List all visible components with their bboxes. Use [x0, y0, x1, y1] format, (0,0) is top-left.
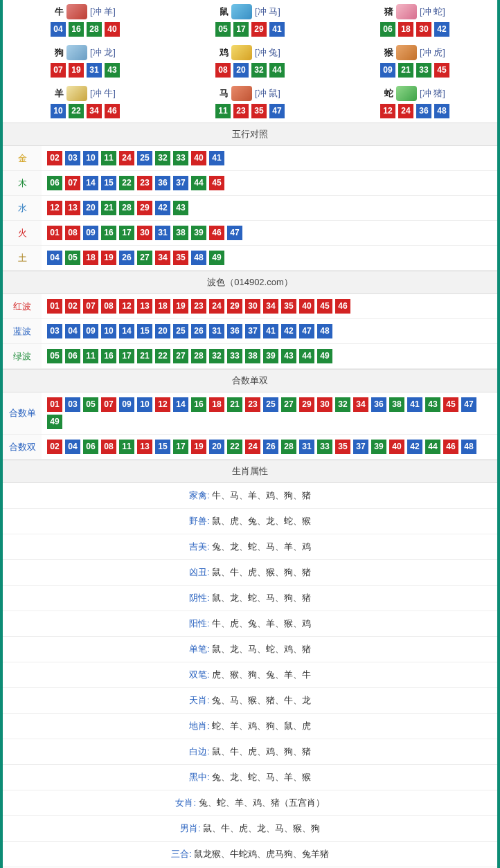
table-row: 木06071415222336374445 [3, 171, 497, 196]
number-43: 43 [425, 397, 440, 412]
number-28: 28 [281, 440, 296, 454]
number-12: 12 [155, 397, 170, 412]
number-31: 31 [87, 63, 102, 78]
number-12: 12 [380, 104, 395, 118]
number-18: 18 [83, 251, 98, 265]
shuxing-key: 女肖: [175, 797, 196, 808]
number-32: 32 [209, 349, 224, 363]
number-08: 08 [65, 226, 80, 240]
number-30: 30 [245, 299, 260, 314]
table-wuxing: 金02031011242532334041木060714152223363744… [3, 146, 497, 271]
zodiac-name: 狗 [55, 46, 64, 59]
number-05: 05 [47, 349, 62, 363]
shuxing-val: 鼠、牛、虎、龙、马、猴、狗 [201, 823, 321, 833]
shuxing-list: 家禽: 牛、马、羊、鸡、狗、猪野兽: 鼠、虎、兔、龙、蛇、猴吉美: 兔、龙、蛇、… [3, 483, 497, 868]
shuxing-row: 三合: 鼠龙猴、牛蛇鸡、虎马狗、兔羊猪 [3, 842, 497, 867]
zodiac-icon-马 [231, 86, 252, 101]
number-19: 19 [173, 299, 188, 314]
number-41: 41 [407, 397, 422, 412]
number-02: 02 [47, 440, 62, 454]
shuxing-val: 蛇、羊、鸡、狗、鼠、虎 [210, 721, 312, 731]
number-29: 29 [227, 299, 242, 314]
zodiac-icon-狗 [66, 45, 87, 60]
number-30: 30 [317, 397, 332, 412]
number-12: 12 [47, 201, 62, 215]
row-nums: 0204060811131517192022242628313335373940… [42, 435, 497, 460]
number-07: 07 [83, 299, 98, 314]
number-19: 19 [191, 440, 206, 454]
number-14: 14 [173, 397, 188, 412]
shuxing-row: 地肖: 蛇、羊、鸡、狗、鼠、虎 [3, 714, 497, 739]
number-36: 36 [416, 104, 431, 118]
number-24: 24 [398, 104, 413, 118]
row-nums: 06071415222336374445 [42, 171, 497, 196]
number-34: 34 [353, 397, 368, 412]
number-48: 48 [434, 104, 449, 118]
shuxing-key: 男肖: [180, 823, 201, 833]
number-15: 15 [137, 324, 152, 338]
number-03: 03 [65, 397, 80, 412]
number-04: 04 [65, 440, 80, 454]
number-23: 23 [245, 397, 260, 412]
number-03: 03 [65, 151, 80, 165]
shuxing-val: 兔、龙、蛇、马、羊、猴 [210, 772, 312, 782]
number-47: 47 [299, 324, 314, 338]
number-49: 49 [47, 415, 62, 429]
number-34: 34 [87, 104, 102, 118]
number-20: 20 [83, 201, 98, 215]
zodiac-icon-猪 [396, 4, 417, 19]
shuxing-row: 吉美: 兔、龙、蛇、马、羊、鸡 [3, 534, 497, 560]
number-25: 25 [173, 324, 188, 338]
number-19: 19 [101, 251, 116, 265]
row-label-水: 水 [3, 196, 42, 221]
number-15: 15 [155, 440, 170, 454]
number-40: 40 [389, 440, 404, 454]
number-27: 27 [137, 251, 152, 265]
number-28: 28 [87, 22, 102, 37]
number-08: 08 [101, 440, 116, 454]
number-45: 45 [209, 176, 224, 190]
number-02: 02 [47, 151, 62, 165]
number-28: 28 [119, 201, 134, 215]
number-33: 33 [416, 63, 431, 78]
number-01: 01 [47, 299, 62, 314]
table-row: 金02031011242532334041 [3, 146, 497, 171]
zodiac-icon-羊 [66, 86, 87, 101]
number-40: 40 [191, 151, 206, 165]
number-21: 21 [398, 63, 413, 78]
zodiac-cell-鼠: 鼠[冲 马]05172941 [168, 0, 332, 41]
zodiac-clash: [冲 牛] [90, 87, 116, 100]
number-46: 46 [335, 299, 350, 314]
section-header-wuxing: 五行对照 [3, 123, 497, 146]
number-25: 25 [263, 397, 278, 412]
number-44: 44 [425, 440, 440, 454]
number-32: 32 [155, 151, 170, 165]
number-41: 41 [269, 22, 285, 37]
number-42: 42 [281, 324, 296, 338]
number-10: 10 [83, 151, 98, 165]
number-48: 48 [461, 440, 476, 454]
number-13: 13 [137, 299, 152, 314]
number-38: 38 [389, 397, 404, 412]
zodiac-name: 猪 [384, 6, 393, 18]
number-27: 27 [173, 349, 188, 363]
shuxing-key: 阴性: [189, 593, 210, 603]
number-11: 11 [101, 151, 116, 165]
number-49: 49 [209, 251, 224, 265]
shuxing-val: 鼠龙猴、牛蛇鸡、虎马狗、兔羊猪 [192, 849, 330, 859]
number-35: 35 [335, 440, 350, 454]
zodiac-cell-猴: 猴[冲 虎]09213345 [332, 41, 497, 82]
number-06: 06 [47, 176, 62, 190]
shuxing-key: 白边: [189, 746, 210, 757]
shuxing-row: 野兽: 鼠、虎、兔、龙、蛇、猴 [3, 509, 497, 534]
number-30: 30 [416, 22, 431, 37]
zodiac-icon-蛇 [396, 86, 417, 101]
zodiac-cell-马: 马[冲 鼠]11233547 [168, 82, 332, 123]
number-35: 35 [251, 104, 267, 118]
number-26: 26 [119, 251, 134, 265]
number-09: 09 [83, 226, 98, 240]
zodiac-icon-牛 [66, 4, 87, 19]
number-18: 18 [398, 22, 413, 37]
number-22: 22 [69, 104, 84, 118]
row-nums: 04051819262734354849 [42, 246, 497, 271]
